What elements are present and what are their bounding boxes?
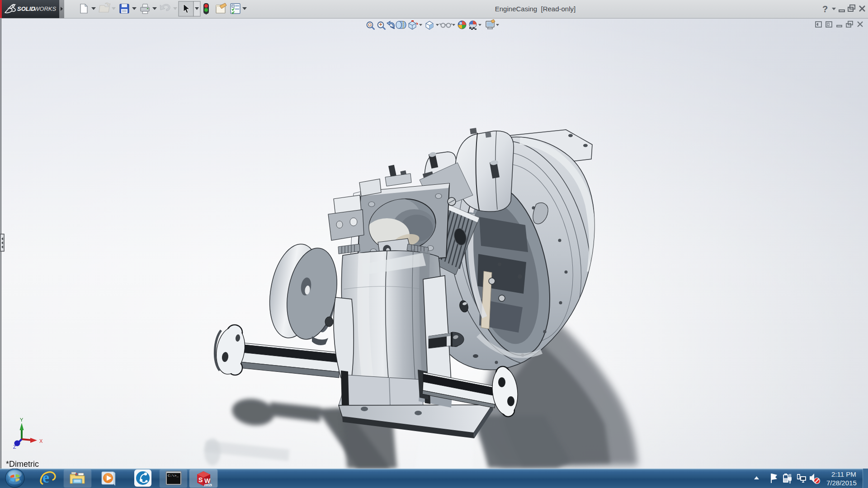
svg-text:2:11 PM: 2:11 PM [831, 470, 856, 478]
svg-text:?: ? [822, 4, 828, 14]
svg-text:S: S [198, 476, 203, 483]
svg-text:SOLID: SOLID [17, 5, 35, 12]
svg-text:C:\>_: C:\>_ [168, 474, 179, 478]
svg-text:7/28/2015: 7/28/2015 [826, 479, 857, 487]
svg-text:*Dimetric: *Dimetric [6, 460, 39, 469]
svg-text:WORKS: WORKS [34, 5, 56, 12]
svg-text:Y: Y [20, 417, 24, 422]
svg-text:2015: 2015 [204, 483, 212, 487]
svg-text:Z: Z [13, 444, 16, 450]
svg-text:X: X [39, 438, 43, 444]
